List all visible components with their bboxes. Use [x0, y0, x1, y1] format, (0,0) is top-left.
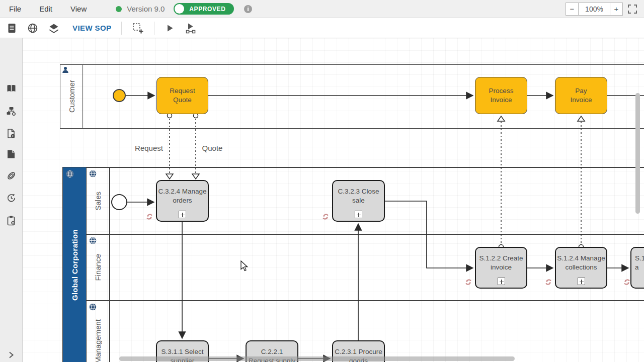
sidebar-expand-chevron[interactable] — [8, 351, 15, 361]
zoom-control: − 100% + — [566, 3, 623, 16]
library-icon[interactable] — [6, 83, 17, 96]
lane-finance-globe-icon — [89, 237, 97, 246]
zoom-out-button[interactable]: − — [566, 3, 578, 16]
pool-corporation-header[interactable]: Global Corporation — [62, 167, 87, 362]
task-label: C.3.2.3 Close sale — [338, 187, 379, 205]
play-process-icon[interactable] — [185, 22, 197, 34]
toolbar-separator — [121, 22, 122, 35]
pool-corporation-label: Global Corporation — [70, 229, 79, 301]
lane-divider-sales-finance — [87, 234, 644, 235]
zoom-level: 100% — [578, 3, 610, 16]
pool-top-border — [87, 167, 644, 168]
diagram-canvas[interactable]: Customer Global Corporation Sales Financ… — [23, 38, 644, 362]
menu-edit[interactable]: Edit — [36, 3, 55, 15]
lane-finance-label: Finance — [94, 254, 102, 281]
process-hierarchy-settings-icon[interactable] — [6, 106, 17, 119]
customer-person-icon — [62, 66, 69, 75]
start-event-customer[interactable] — [113, 89, 126, 102]
message-label-request: Request — [126, 144, 172, 152]
task-label: Pay Invoice — [571, 86, 592, 105]
lane-labelcol-border — [109, 167, 110, 362]
toggle-knob — [175, 4, 184, 14]
task-label: C.3.2.4 Manage orders — [158, 187, 206, 205]
menubar: File Edit View Version 9.0 APPROVED − 10… — [0, 0, 644, 18]
task-label: S.1 a — [635, 254, 644, 272]
expand-marker-manage-orders[interactable] — [179, 211, 186, 218]
view-sop-button[interactable]: VIEW SOP — [72, 24, 111, 32]
message-arrowhead-down — [192, 174, 199, 179]
toolbar-separator — [154, 22, 154, 35]
subprocess-partial-right[interactable]: S.1 a — [630, 247, 644, 289]
pool-customer-label: Customer — [67, 80, 76, 113]
task-label: S.1.2.4 Manage collections — [557, 254, 605, 272]
loop-icon-manage-collections — [545, 279, 552, 288]
loop-icon-close-sale — [322, 213, 329, 222]
expand-marker-manage-collections[interactable] — [578, 278, 585, 285]
diagram-toolbar: VIEW SOP — [0, 18, 644, 38]
menu-file[interactable]: File — [6, 3, 24, 15]
version-status-dot — [116, 6, 122, 12]
lane-sales-label: Sales — [94, 192, 102, 211]
play-icon[interactable] — [165, 23, 175, 33]
lane-sales-globe-icon — [89, 170, 97, 179]
document-icon[interactable] — [6, 149, 16, 161]
task-request-quote[interactable]: Request Quote — [156, 77, 208, 114]
menu-view[interactable]: View — [67, 3, 90, 15]
history-icon[interactable] — [6, 193, 17, 205]
start-event-sales[interactable] — [111, 194, 127, 210]
task-label: Process Invoice — [489, 86, 514, 105]
lane-divider-finance-management — [87, 300, 644, 301]
info-icon[interactable] — [244, 5, 252, 13]
loop-icon-partial — [623, 279, 630, 288]
lane-management-globe-icon — [89, 303, 97, 313]
link-icon[interactable] — [6, 170, 17, 183]
globe-icon[interactable] — [27, 23, 38, 34]
approved-toggle[interactable]: APPROVED — [174, 3, 234, 15]
marquee-add-icon[interactable] — [132, 22, 144, 34]
message-arrowhead-down — [166, 174, 173, 179]
vertical-scrollbar[interactable] — [635, 93, 640, 214]
expand-marker-create-invoice[interactable] — [498, 278, 505, 285]
message-label-quote: Quote — [190, 144, 235, 152]
lane-management-label: Management — [94, 319, 102, 362]
mouse-cursor — [240, 260, 249, 272]
clipboard-settings-icon[interactable] — [6, 215, 16, 228]
task-pay-invoice[interactable]: Pay Invoice — [555, 77, 607, 114]
zoom-in-button[interactable]: + — [610, 3, 623, 16]
version-label: Version 9.0 — [127, 5, 165, 13]
layers-icon[interactable] — [48, 23, 59, 34]
task-label: S.1.2.2 Create invoice — [479, 254, 523, 272]
corporation-globe-icon — [66, 170, 74, 180]
document-report-icon[interactable] — [7, 23, 17, 34]
document-info-icon[interactable] — [6, 128, 16, 141]
fullscreen-icon[interactable] — [628, 5, 637, 14]
status-badge: APPROVED — [189, 6, 225, 13]
left-sidebar — [0, 38, 23, 362]
horizontal-scrollbar[interactable] — [119, 356, 515, 361]
task-label: Request Quote — [170, 86, 195, 105]
loop-icon-create-invoice — [465, 279, 472, 288]
expand-marker-close-sale[interactable] — [355, 211, 362, 218]
task-process-invoice[interactable]: Process Invoice — [475, 77, 527, 114]
loop-icon-manage-orders — [146, 213, 153, 222]
